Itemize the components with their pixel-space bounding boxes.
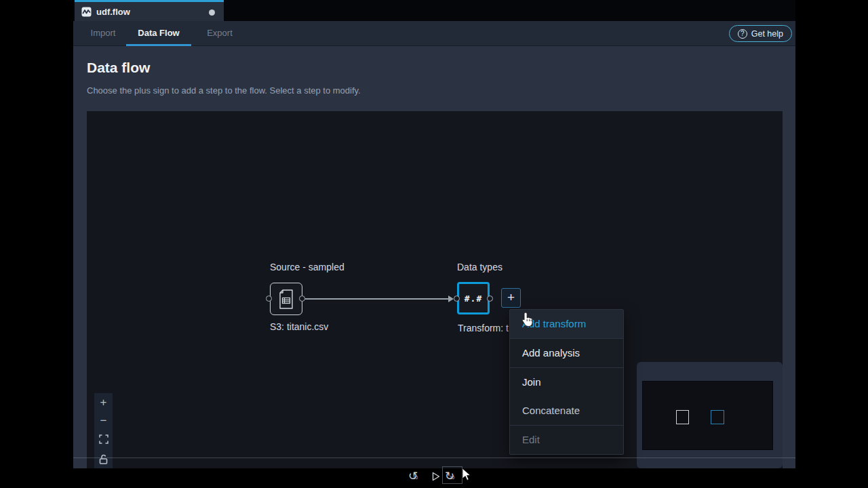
video-control-bar: ↺ 10 ↻ 30	[0, 468, 868, 488]
play-button[interactable]	[432, 472, 440, 484]
app-window: udf.flow Import Data Flow Export ? Get h…	[73, 0, 795, 468]
menu-item-add-analysis[interactable]: Add analysis	[510, 339, 623, 367]
add-step-button[interactable]: +	[501, 288, 521, 308]
get-help-button[interactable]: ? Get help	[729, 25, 792, 42]
tab-strip: udf.flow	[73, 0, 795, 21]
lock-toggle-button[interactable]	[94, 450, 113, 468]
hand-pointer-cursor	[521, 312, 534, 327]
flow-edge-arrowhead	[448, 296, 454, 302]
minimap-viewport	[642, 381, 773, 450]
video-progress-bar[interactable]	[73, 458, 795, 458]
source-node-title: Source - sampled	[270, 262, 344, 272]
get-help-label: Get help	[751, 29, 783, 39]
nav-tab-export[interactable]: Export	[205, 21, 235, 46]
transform-node-port-left	[454, 296, 460, 302]
source-node-port-left	[266, 296, 272, 302]
unlock-icon	[99, 454, 108, 464]
replay-seconds-label: 10	[413, 475, 418, 480]
data-types-icon: #.#	[465, 293, 482, 304]
transform-node-title: Data types	[457, 262, 502, 272]
tab-udf-flow[interactable]: udf.flow	[75, 0, 224, 21]
fit-view-button[interactable]	[94, 430, 113, 448]
flow-edge	[305, 298, 450, 300]
nav-tab-data-flow[interactable]: Data Flow	[126, 21, 191, 46]
nav-bar: Import Data Flow Export ? Get help	[73, 21, 795, 46]
tab-title: udf.flow	[96, 7, 130, 17]
menu-item-edit: Edit	[510, 426, 623, 454]
zoom-in-button[interactable]: +	[94, 393, 113, 411]
transform-node[interactable]: #.#	[457, 282, 490, 314]
transform-node-label: Transform: t	[458, 323, 509, 333]
play-icon	[432, 472, 440, 481]
transform-node-port-right	[487, 296, 493, 302]
source-node-label: S3: titanic.csv	[270, 321, 328, 332]
minimap-source-node	[676, 410, 689, 424]
forward-seconds-label: 30	[450, 475, 454, 480]
replay-10-button[interactable]: ↺ 10	[408, 470, 423, 482]
mouse-arrow-cursor	[462, 468, 471, 481]
question-circle-icon: ?	[738, 29, 747, 39]
flow-canvas[interactable]: Source - sampled S3: titanic.csv Data ty…	[87, 111, 783, 468]
fit-view-icon	[99, 434, 108, 444]
page-title: Data flow	[87, 60, 150, 76]
nav-tab-import[interactable]: Import	[88, 21, 118, 46]
data-wrangler-icon	[81, 7, 92, 17]
node-context-menu: Add transform Add analysis Join Concaten…	[509, 309, 624, 455]
source-node-port-right	[299, 296, 305, 302]
zoom-out-button[interactable]: −	[94, 411, 113, 430]
unsaved-indicator-dot	[209, 9, 215, 16]
forward-30-button[interactable]: ↻ 30	[445, 470, 460, 482]
minimap-transform-node	[711, 410, 724, 424]
menu-item-join[interactable]: Join	[510, 368, 623, 396]
page-subtitle: Choose the plus sign to add a step to th…	[87, 85, 361, 96]
minimap[interactable]	[637, 362, 783, 468]
source-node[interactable]	[270, 283, 302, 315]
menu-item-concatenate[interactable]: Concatenate	[510, 396, 623, 425]
file-table-icon	[278, 289, 294, 309]
